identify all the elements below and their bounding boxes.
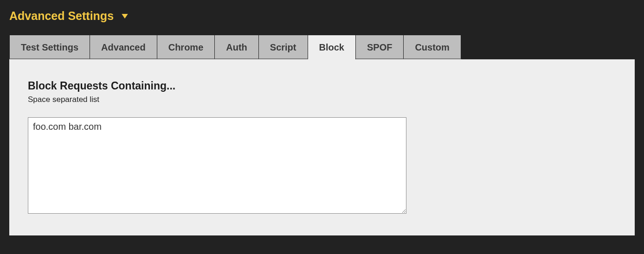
block-panel: Block Requests Containing... Space separ… xyxy=(9,59,635,235)
tab-test-settings[interactable]: Test Settings xyxy=(9,35,90,59)
tab-spof[interactable]: SPOF xyxy=(356,35,404,59)
block-panel-subheading: Space separated list xyxy=(28,95,616,104)
tab-advanced[interactable]: Advanced xyxy=(90,35,157,59)
tab-bar: Test Settings Advanced Chrome Auth Scrip… xyxy=(9,35,635,59)
section-title: Advanced Settings xyxy=(9,9,114,23)
advanced-settings-toggle[interactable]: Advanced Settings xyxy=(9,9,635,23)
tab-custom[interactable]: Custom xyxy=(404,35,461,59)
tab-script[interactable]: Script xyxy=(259,35,308,59)
block-requests-input[interactable] xyxy=(28,117,406,214)
tab-auth[interactable]: Auth xyxy=(215,35,259,59)
tab-block[interactable]: Block xyxy=(308,35,356,59)
svg-marker-0 xyxy=(122,14,128,19)
tab-chrome[interactable]: Chrome xyxy=(157,35,215,59)
block-panel-heading: Block Requests Containing... xyxy=(28,80,616,92)
caret-down-icon xyxy=(120,12,129,21)
